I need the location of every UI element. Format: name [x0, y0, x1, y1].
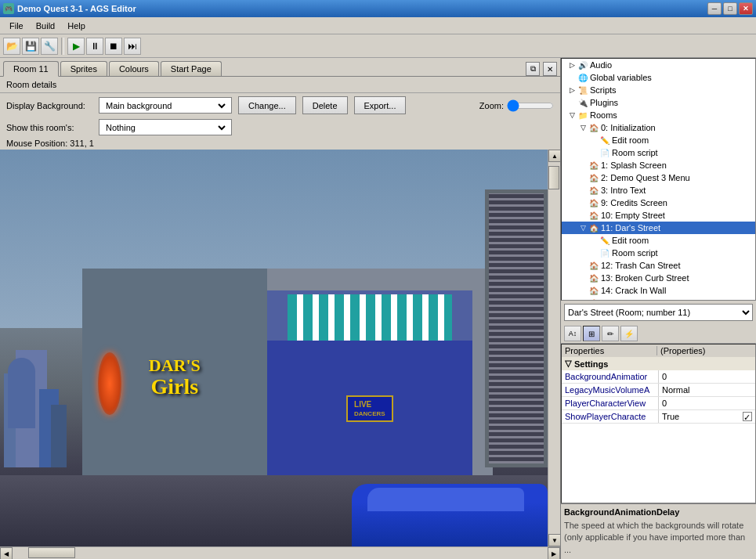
tree-expand-room12[interactable] [577, 260, 588, 271]
tree-wrap: ▷ 🔊 Audio 🌐 Global variables ▷ 📜 Script [561, 58, 756, 301]
tree-item-room0-edit[interactable]: ✏️ Edit room [562, 134, 755, 146]
v-scroll-up-button[interactable]: ▲ [548, 150, 560, 162]
show-rooms-dropdown[interactable]: Nothing Hotspots Walk-behind areas Walka… [103, 122, 228, 133]
tab-float-button[interactable]: ⧉ [526, 62, 540, 76]
tab-colours[interactable]: Colours [109, 61, 159, 76]
toolbar-pause-button[interactable]: ⏸ [86, 38, 103, 55]
app-icon: 🎮 [3, 3, 14, 14]
room-canvas[interactable]: DAR'SGirls [0, 150, 548, 546]
prop-value-bg-anim[interactable]: 0 [659, 370, 755, 383]
tree-item-rooms[interactable]: ▽ 📁 Rooms [562, 109, 755, 121]
tree-expand-globalvars[interactable] [566, 72, 577, 83]
tree-expand-plugins[interactable] [566, 97, 577, 108]
toolbar-build-button[interactable]: 🔧 [41, 38, 58, 55]
tree-expand-room1[interactable] [577, 160, 588, 171]
tree-item-room11[interactable]: ▽ 🏠 11: Dar's Street [562, 222, 755, 234]
display-bg-dropdown[interactable]: Main background None [103, 100, 228, 111]
h-scroll-thumb[interactable] [28, 547, 75, 558]
tree-expand-scripts[interactable]: ▷ [566, 85, 577, 96]
tree-expand-room3[interactable] [577, 185, 588, 196]
tree-expand-room0-edit [588, 135, 599, 146]
menu-build[interactable]: Build [30, 20, 61, 32]
prop-value-legacy-music[interactable]: Normal [659, 384, 755, 396]
show-rooms-select[interactable]: Nothing Hotspots Walk-behind areas Walka… [99, 119, 232, 135]
tree-expand-room14[interactable] [577, 285, 588, 296]
tree-expand-room11-script [588, 247, 599, 258]
tree-item-room0-script[interactable]: 📄 Room script [562, 146, 755, 159]
tree-item-room1[interactable]: 🏠 1: Splash Screen [562, 159, 755, 171]
tree-item-plugins[interactable]: 🔌 Plugins [562, 96, 755, 109]
tree-expand-room0[interactable]: ▽ [577, 122, 588, 133]
show-player-checkbox[interactable]: ✓ [743, 412, 752, 421]
prop-events-button[interactable]: ⚡ [620, 326, 638, 341]
tab-sprites[interactable]: Sprites [60, 61, 107, 76]
menu-help[interactable]: Help [61, 20, 92, 32]
toolbar-step-button[interactable]: ⏭ [124, 38, 141, 55]
display-bg-select[interactable]: Main background None [99, 97, 232, 114]
h-scroll-right-button[interactable]: ▶ [548, 547, 560, 559]
canvas-inner: DAR'SGirls [0, 150, 548, 546]
v-scroll-track[interactable] [548, 162, 560, 534]
tree-icon-rooms: 📁 [577, 110, 588, 121]
tree-item-room11-script[interactable]: 📄 Room script [562, 247, 755, 259]
toolbar-save-button[interactable]: 💾 [22, 38, 39, 55]
tree-label-room1: 1: Splash Screen [601, 160, 667, 170]
v-scroll-thumb[interactable] [548, 166, 559, 189]
tab-startpage[interactable]: Start Page [161, 61, 222, 76]
zoom-slider[interactable] [507, 99, 554, 112]
maximize-button[interactable]: □ [723, 2, 737, 15]
tree-expand-room11[interactable]: ▽ [577, 222, 588, 233]
v-scroll-down-button[interactable]: ▼ [548, 534, 560, 546]
tree-expand-room2[interactable] [577, 172, 588, 183]
export-button[interactable]: Export... [354, 96, 407, 114]
prop-value-show-player: True ✓ [659, 410, 755, 423]
close-button[interactable]: ✕ [739, 2, 753, 15]
tree-item-globalvars[interactable]: 🌐 Global variables [562, 71, 755, 84]
prop-edit-button[interactable]: ✏ [602, 326, 619, 341]
h-scroll-track[interactable] [13, 547, 548, 559]
settings-expand-icon[interactable]: ▽ [565, 359, 571, 369]
tree-expand-room13[interactable] [577, 272, 588, 283]
tab-close-button[interactable]: ✕ [543, 62, 557, 76]
horizontal-scrollbar[interactable]: ◀ ▶ [0, 546, 560, 559]
tree-expand-audio[interactable]: ▷ [566, 60, 577, 70]
settings-section-label: Settings [574, 359, 608, 369]
prop-sort-alpha-button[interactable]: A↕ [564, 326, 581, 341]
settings-section: ▽ Settings [562, 357, 755, 370]
tab-room11[interactable]: Room 11 [3, 61, 59, 77]
toolbar-open-button[interactable]: 📂 [3, 38, 20, 55]
tree-icon-globalvars: 🌐 [577, 72, 588, 83]
tree-item-room0[interactable]: ▽ 🏠 0: Initialization [562, 121, 755, 134]
tree-item-room10[interactable]: 🏠 10: Empty Street [562, 209, 755, 222]
tree-label-room15: 15: Empty Room [601, 298, 665, 301]
prop-categorized-button[interactable]: ⊞ [583, 326, 600, 341]
tree-item-room13[interactable]: 🏠 13: Broken Curb Street [562, 272, 755, 284]
minimize-button[interactable]: ─ [707, 2, 722, 15]
tree-icon-room11: 🏠 [588, 222, 599, 233]
tree-item-room3[interactable]: 🏠 3: Intro Text [562, 184, 755, 197]
room-dropdown[interactable]: Dar's Street (Room; number 11) [564, 304, 753, 321]
toolbar-stop-button[interactable]: ⏹ [105, 38, 122, 55]
tree-icon-room11-edit: ✏️ [599, 235, 610, 246]
tree-item-room15[interactable]: 🏠 15: Empty Room [562, 297, 755, 301]
tree-item-scripts[interactable]: ▷ 📜 Scripts [562, 84, 755, 96]
tree-item-room11-edit[interactable]: ✏️ Edit room [562, 234, 755, 247]
tree-label-globalvars: Global variables [590, 73, 652, 82]
delete-button[interactable]: Delete [302, 96, 348, 114]
tree-item-room9[interactable]: 🏠 9: Credits Screen [562, 197, 755, 209]
canvas-area-wrapper: DAR'SGirls [0, 150, 560, 546]
tree-expand-room9[interactable] [577, 197, 588, 208]
toolbar-run-button[interactable]: ▶ [67, 38, 85, 55]
vertical-scrollbar[interactable]: ▲ ▼ [548, 150, 560, 546]
menu-file[interactable]: File [3, 20, 30, 32]
tree-item-audio[interactable]: ▷ 🔊 Audio [562, 59, 755, 71]
prop-value-player-char-view[interactable]: 0 [659, 397, 755, 409]
tree-item-room14[interactable]: 🏠 14: Crack In Wall [562, 284, 755, 297]
change-button[interactable]: Change... [238, 96, 296, 114]
h-scroll-left-button[interactable]: ◀ [0, 547, 13, 559]
tree-expand-rooms[interactable]: ▽ [566, 110, 577, 121]
tree-item-room2[interactable]: 🏠 2: Demo Quest 3 Menu [562, 171, 755, 184]
tree-item-room12[interactable]: 🏠 12: Trash Can Street [562, 259, 755, 272]
tree-expand-room10[interactable] [577, 210, 588, 221]
tree-expand-room15[interactable] [577, 298, 588, 301]
